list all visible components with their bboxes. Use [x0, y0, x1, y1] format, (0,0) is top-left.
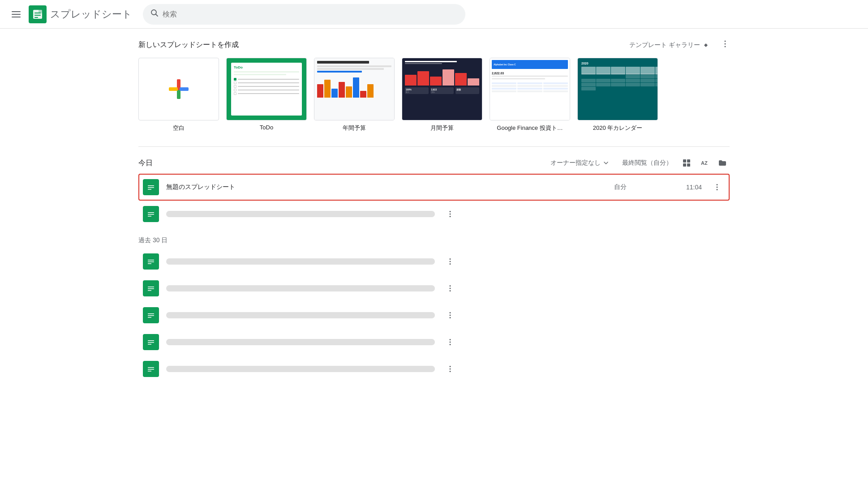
- svg-rect-56: [148, 317, 151, 318]
- today-section-header: 今日 オーナー指定なし 最終閲覧（自分）: [138, 156, 730, 170]
- file-name-placeholder: [166, 258, 435, 265]
- file-name-placeholder: [166, 339, 435, 345]
- plus-icon: [165, 76, 192, 103]
- search-input[interactable]: [163, 10, 458, 18]
- today-file-list: 無題のスプレッドシート 自分 11:04: [138, 174, 730, 227]
- svg-point-29: [717, 184, 718, 185]
- sort-label: 最終閲覧（自分）: [622, 159, 672, 167]
- svg-rect-7: [34, 17, 38, 18]
- dropdown-icon: [602, 159, 610, 167]
- file-more-button[interactable]: [709, 179, 725, 195]
- template-label-monthly: 月間予算: [430, 124, 454, 132]
- sheets-icon: [143, 361, 159, 377]
- svg-point-52: [450, 290, 451, 291]
- expand-icon: [702, 41, 710, 49]
- menu-icon[interactable]: [7, 5, 25, 23]
- template-label-todo: ToDo: [260, 124, 273, 131]
- template-card-todo[interactable]: ToDo ToDo: [226, 58, 307, 132]
- svg-point-66: [450, 344, 451, 345]
- svg-point-31: [717, 189, 718, 190]
- svg-rect-63: [148, 344, 151, 345]
- file-owner: 自分: [614, 183, 659, 191]
- file-icon: [143, 361, 159, 377]
- svg-point-58: [450, 315, 451, 316]
- file-more-button[interactable]: [442, 206, 458, 222]
- template-card-blank[interactable]: 空白: [138, 58, 219, 132]
- file-name-placeholder: [166, 211, 435, 217]
- sheets-icon: [143, 179, 159, 195]
- owner-filter-label: オーナー指定なし: [550, 159, 601, 167]
- svg-point-43: [450, 258, 451, 260]
- svg-rect-70: [148, 371, 151, 372]
- template-gallery-label: テンプレート ギャラリー: [629, 41, 700, 49]
- more-options-icon[interactable]: [721, 39, 730, 51]
- file-row[interactable]: [138, 248, 730, 275]
- template-thumb-annual: [314, 58, 395, 120]
- svg-rect-0: [12, 11, 21, 12]
- grid-view-button[interactable]: [679, 156, 694, 170]
- svg-text:AZ: AZ: [701, 160, 708, 166]
- file-more-button[interactable]: [442, 253, 458, 270]
- file-row[interactable]: [138, 302, 730, 329]
- svg-point-36: [450, 211, 451, 212]
- template-card-annual-budget[interactable]: 年間予算: [314, 58, 395, 132]
- svg-rect-2: [12, 17, 21, 17]
- file-row[interactable]: [138, 275, 730, 302]
- svg-rect-35: [148, 216, 151, 217]
- sort-az-button[interactable]: AZ: [697, 156, 712, 170]
- svg-rect-16: [177, 79, 180, 88]
- svg-point-57: [450, 312, 451, 313]
- file-date: 11:04: [666, 184, 702, 191]
- file-row[interactable]: [138, 356, 730, 382]
- template-label-annual: 年間予算: [343, 124, 366, 132]
- svg-rect-1: [12, 14, 21, 15]
- svg-point-73: [450, 371, 451, 372]
- svg-rect-69: [148, 369, 154, 370]
- svg-point-59: [450, 317, 451, 318]
- search-bar[interactable]: [143, 4, 465, 25]
- file-more-button[interactable]: [442, 334, 458, 350]
- file-more-button[interactable]: [442, 280, 458, 296]
- file-more-button[interactable]: [442, 307, 458, 323]
- template-thumb-monthly: 100% 収入 2,622 支出 差額: [402, 58, 482, 120]
- svg-point-71: [450, 366, 451, 367]
- svg-point-64: [450, 339, 451, 340]
- svg-point-45: [450, 263, 451, 265]
- template-label-finance: Google Finance 投資ト…: [497, 124, 563, 132]
- template-gallery-button[interactable]: テンプレート ギャラリー: [629, 41, 710, 49]
- file-more-button[interactable]: [442, 361, 458, 377]
- owner-filter-button[interactable]: オーナー指定なし: [545, 156, 615, 170]
- svg-rect-20: [683, 159, 686, 163]
- sheets-icon: [143, 253, 159, 270]
- file-icon: [143, 206, 159, 222]
- svg-rect-61: [148, 340, 154, 341]
- svg-rect-22: [683, 163, 686, 167]
- svg-rect-21: [687, 159, 690, 163]
- svg-point-11: [725, 41, 726, 42]
- file-row[interactable]: [138, 329, 730, 356]
- svg-point-38: [450, 216, 451, 217]
- template-label-blank: 空白: [173, 124, 185, 132]
- template-card-calendar[interactable]: 2020: [577, 58, 658, 132]
- folder-view-button[interactable]: [715, 156, 730, 170]
- file-icon: [143, 179, 159, 195]
- svg-point-50: [450, 285, 451, 287]
- file-row[interactable]: [138, 201, 730, 227]
- svg-point-13: [725, 46, 726, 47]
- template-thumb-calendar: 2020: [577, 58, 658, 120]
- svg-rect-8: [39, 10, 42, 13]
- file-icon: [143, 253, 159, 270]
- file-row[interactable]: 無題のスプレッドシート 自分 11:04: [138, 174, 730, 201]
- past30-file-list: [138, 248, 730, 382]
- svg-rect-33: [148, 212, 154, 213]
- svg-rect-27: [148, 187, 154, 188]
- template-label-calendar: 2020 年カレンダー: [593, 124, 643, 132]
- svg-rect-41: [148, 261, 154, 262]
- file-name-placeholder: [166, 366, 435, 372]
- app-header: スプレッドシート: [0, 0, 868, 29]
- svg-point-37: [450, 214, 451, 215]
- template-card-monthly-budget[interactable]: 100% 収入 2,622 支出 差額 月間予算: [402, 58, 482, 132]
- svg-rect-6: [34, 15, 41, 16]
- svg-rect-28: [148, 189, 151, 190]
- template-card-finance[interactable]: Alphabet Inc Class C 2,622.03: [490, 58, 570, 132]
